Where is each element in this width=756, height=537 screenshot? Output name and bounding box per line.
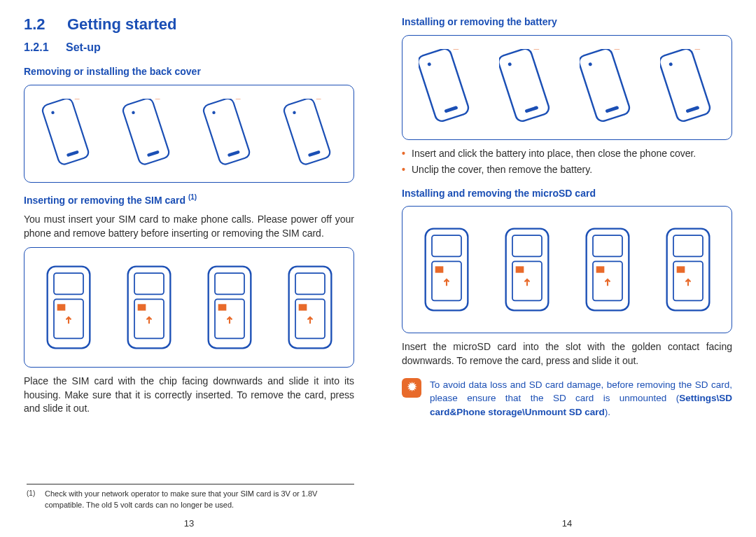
- section-title: Getting started: [67, 14, 176, 36]
- lightbulb-icon: ✹: [407, 379, 416, 395]
- tip-text-part: ).: [605, 407, 610, 417]
- phone-illustration: [490, 49, 564, 126]
- topic-sim: Inserting or removing the SIM card (1): [24, 193, 354, 207]
- battery-bullets: Insert and click the battery into place,…: [402, 147, 732, 177]
- sim-intro-text: You must insert your SIM card to make ph…: [24, 213, 354, 240]
- subsection-title: Set-up: [66, 40, 101, 55]
- footnote-ref: (1): [188, 193, 197, 201]
- tip-icon: ✹: [402, 378, 421, 398]
- page-right: Installing or removing the battery Inser…: [378, 0, 756, 537]
- bullet-item: Insert and click the battery into place,…: [402, 147, 732, 161]
- phone-illustration: [273, 99, 346, 169]
- page-left: 1.2 Getting started 1.2.1 Set-up Removin…: [0, 0, 378, 537]
- phone-illustration: [31, 99, 105, 169]
- footnote-mark: (1): [27, 489, 36, 510]
- figure-back-cover: [24, 85, 354, 183]
- phone-illustration: [273, 262, 346, 353]
- phone-illustration: [192, 99, 266, 169]
- subsection-heading: 1.2.1 Set-up: [24, 40, 354, 55]
- figure-battery: [402, 35, 732, 140]
- footnote-text: Check with your network operator to make…: [45, 489, 354, 510]
- figure-sim: [24, 247, 354, 368]
- bullet-item: Unclip the cover, then remove the batter…: [402, 163, 732, 177]
- page-number: 14: [378, 517, 756, 530]
- phone-illustration: [651, 49, 724, 126]
- phone-illustration: [112, 262, 186, 353]
- sim-after-text: Place the SIM card with the chip facing …: [24, 375, 354, 416]
- topic-battery: Installing or removing the battery: [402, 15, 732, 29]
- subsection-number: 1.2.1: [24, 40, 53, 55]
- phone-illustration: [31, 262, 105, 353]
- figure-microsd: [402, 206, 732, 333]
- phone-illustration: [410, 49, 483, 126]
- tip-callout: ✹ To avoid data loss and SD card damage,…: [402, 378, 732, 419]
- phone-illustration: [410, 221, 483, 319]
- sd-after-text: Insert the microSD card into the slot wi…: [402, 340, 732, 368]
- topic-back-cover: Removing or installing the back cover: [24, 65, 354, 79]
- section-number: 1.2: [24, 14, 52, 36]
- footnote: (1) Check with your network operator to …: [27, 484, 354, 510]
- section-heading: 1.2 Getting started: [24, 14, 354, 36]
- phone-illustration: [192, 262, 266, 353]
- two-page-spread: 1.2 Getting started 1.2.1 Set-up Removin…: [0, 0, 756, 537]
- tip-text: To avoid data loss and SD card damage, b…: [430, 378, 732, 419]
- page-number: 13: [0, 517, 378, 530]
- phone-illustration: [490, 221, 564, 319]
- phone-illustration: [570, 221, 644, 319]
- topic-microsd: Installing and removing the microSD card: [402, 187, 732, 201]
- phone-illustration: [112, 99, 186, 169]
- phone-illustration: [651, 221, 724, 319]
- phone-illustration: [570, 49, 644, 126]
- topic-sim-label: Inserting or removing the SIM card: [24, 194, 186, 205]
